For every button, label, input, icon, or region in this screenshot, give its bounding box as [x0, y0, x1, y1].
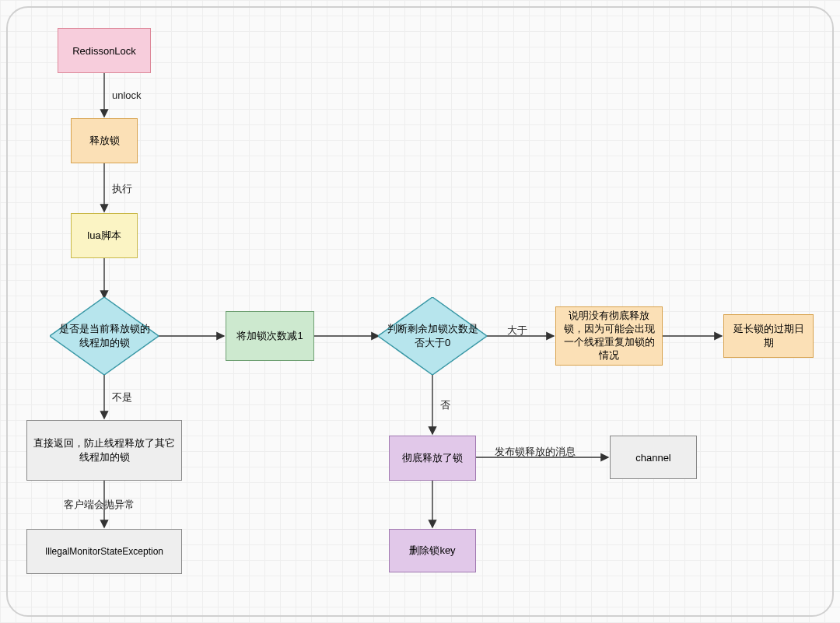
edge-label-unlock: unlock [112, 89, 142, 101]
node-full-release: 彻底释放了锁 [389, 436, 476, 481]
edge-label-gt: 大于 [507, 324, 527, 338]
node-extend: 延长锁的过期日期 [723, 314, 814, 358]
node-exception: IllegalMonitorStateException [26, 529, 182, 574]
node-start: RedissonLock [58, 28, 151, 73]
node-explain: 说明没有彻底释放锁，因为可能会出现一个线程重复加锁的情况 [555, 306, 663, 366]
decision-gt0: 判断剩余加锁次数是否大于0 [378, 297, 487, 375]
decision-gt0-label: 判断剩余加锁次数是否大于0 [383, 322, 481, 350]
node-lua: lua脚本 [71, 213, 138, 258]
edge-label-client-throw: 客户端会抛异常 [64, 498, 135, 512]
edge-label-not: 不是 [112, 390, 132, 404]
node-dec: 将加锁次数减1 [226, 311, 314, 361]
edge-label-publish: 发布锁释放的消息 [495, 445, 576, 459]
edge-label-exec: 执行 [112, 182, 132, 196]
node-return: 直接返回，防止线程释放了其它线程加的锁 [26, 420, 182, 481]
diagram-canvas: RedissonLock 释放锁 lua脚本 是否是当前释放锁的线程加的锁 直接… [0, 0, 840, 623]
node-channel: channel [610, 436, 697, 479]
decision-current-thread: 是否是当前释放锁的线程加的锁 [50, 297, 159, 375]
edge-label-no: 否 [440, 398, 450, 412]
decision-current-thread-label: 是否是当前释放锁的线程加的锁 [55, 322, 153, 350]
node-release: 释放锁 [71, 118, 138, 163]
node-delkey: 删除锁key [389, 529, 476, 572]
